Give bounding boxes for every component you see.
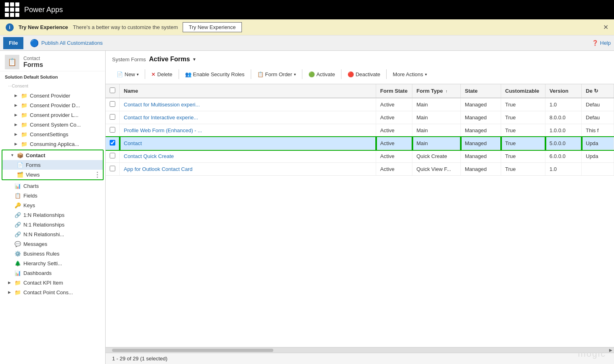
separator-6 — [386, 69, 387, 79]
folder-icon: 📁 — [21, 102, 27, 108]
more-actions-label: More Actions — [393, 71, 423, 77]
de-cell: Upda — [582, 150, 614, 163]
more-actions-button[interactable]: More Actions ▾ — [388, 68, 431, 81]
form-type-cell: Main — [412, 137, 461, 150]
publish-all-customizations-button[interactable]: 🔵 Publish All Customizations — [27, 39, 106, 48]
sidebar-item-contact-point-cons[interactable]: ▶ 📁 Contact Point Cons... — [0, 287, 105, 297]
header-version[interactable]: Version — [545, 84, 582, 98]
app-grid-icon[interactable] — [5, 2, 19, 17]
version-cell: 1.0 — [545, 163, 582, 176]
sidebar-item-nn-relationships[interactable]: 🔗 N:N Relationshi... — [0, 229, 105, 239]
folder-icon: 📁 — [21, 93, 27, 99]
sidebar-item-label: Keys — [23, 202, 35, 208]
enable-security-roles-label: Enable Security Roles — [193, 71, 245, 77]
sidebar-item-keys[interactable]: 🔑 Keys — [0, 200, 105, 210]
sidebar-item-label: Charts — [23, 183, 39, 189]
resize-handle[interactable] — [96, 172, 98, 178]
form-name-link[interactable]: Contact — [124, 140, 142, 146]
sidebar-item-1n-relationships[interactable]: 🔗 1:N Relationships — [0, 210, 105, 220]
customizable-cell: True — [501, 137, 545, 150]
active-forms-dropdown-icon[interactable]: ▾ — [193, 56, 196, 62]
version-cell: 6.0.0.0 — [545, 150, 582, 163]
horizontal-scrollbar[interactable]: ▶ — [106, 347, 614, 353]
row-checkbox[interactable] — [110, 166, 115, 171]
deactivate-button[interactable]: 🔴 Deactivate — [343, 68, 385, 81]
expand-icon: ▶ — [15, 113, 19, 117]
sidebar-item-charts[interactable]: 📊 Charts — [0, 181, 105, 191]
active-forms-label: Active Forms — [149, 56, 190, 63]
row-checkbox[interactable] — [110, 153, 115, 158]
de-cell: Upda — [582, 137, 614, 150]
form-name-link[interactable]: App for Outlook Contact Card — [124, 166, 193, 172]
publish-label: Publish All Customizations — [41, 40, 102, 46]
row-checkbox[interactable] — [110, 114, 115, 120]
header-form-type[interactable]: Form Type ↑ — [412, 84, 461, 98]
header-name[interactable]: Name — [120, 84, 376, 98]
header-form-state[interactable]: Form State — [376, 84, 412, 98]
expand-icon: ▶ — [8, 290, 12, 294]
banner-close-icon[interactable]: ✕ — [603, 23, 608, 31]
sidebar-item-consent-provider[interactable]: ▶ 📁 Consent Provider — [0, 91, 105, 100]
delete-button[interactable]: ✕ Delete — [147, 68, 177, 81]
sidebar-item-consent-provider-d[interactable]: ▶ 📁 Consent Provider D... — [0, 100, 105, 110]
action-toolbar: 📄 New ▾ ✕ Delete 👥 Enable Security Roles… — [106, 66, 614, 84]
sidebar-item-dashboards[interactable]: 📊 Dashboards — [0, 268, 105, 278]
status-bar: 1 - 29 of 29 (1 selected) — [106, 353, 614, 364]
form-name-link[interactable]: Contact Quick Create — [124, 153, 174, 159]
row-checkbox[interactable] — [110, 101, 115, 107]
sidebar-item-forms[interactable]: 📄 Forms — [2, 160, 103, 170]
forms-icon: 📄 — [17, 162, 23, 168]
refresh-icon[interactable]: ↻ — [594, 88, 598, 94]
sidebar-item-label: Dashboards — [23, 270, 52, 276]
sidebar-item-contact[interactable]: ▼ 📦 Contact — [2, 150, 103, 160]
form-name-link[interactable]: Profile Web Form (Enhanced) - ... — [124, 127, 202, 133]
row-checkbox[interactable] — [110, 140, 115, 146]
sidebar-item-fields[interactable]: 📋 Fields — [0, 191, 105, 200]
business-rules-icon: ⚙️ — [15, 251, 21, 257]
help-icon: ❓ — [592, 40, 598, 46]
table-row: Contact for Multisession experi...Active… — [106, 98, 614, 111]
form-state-cell: Active — [376, 98, 412, 111]
sidebar-item-consent[interactable]: ···Consent — [0, 81, 105, 91]
activate-button[interactable]: 🟢 Activate — [304, 68, 339, 81]
header-customizable[interactable]: Customizable — [501, 84, 545, 98]
status-text: 1 - 29 of 29 (1 selected) — [112, 356, 167, 362]
sidebar-item-contact-kpi-item[interactable]: ▶ 📁 Contact KPI Item — [0, 278, 105, 287]
row-checkbox[interactable] — [110, 127, 115, 133]
app-title: Power Apps — [24, 6, 63, 14]
sidebar-item-consent-settings[interactable]: ▶ 📁 ConsentSettings — [0, 129, 105, 139]
expand-icon: ▶ — [15, 94, 19, 98]
sidebar-item-consent-system-co[interactable]: ▶ 📁 Consent System Co... — [0, 120, 105, 129]
expand-icon: ▶ — [15, 142, 19, 146]
sidebar-item-consuming-applica[interactable]: ▶ 📁 Consuming Applica... — [0, 139, 105, 149]
sidebar-item-business-rules[interactable]: ⚙️ Business Rules — [0, 249, 105, 258]
help-button[interactable]: ❓ Help — [592, 40, 611, 46]
expand-icon: ▶ — [15, 103, 19, 107]
activate-label: Activate — [316, 71, 335, 77]
file-button[interactable]: File — [3, 37, 23, 49]
new-button[interactable]: 📄 New ▾ — [112, 68, 143, 81]
sidebar-list: ···Consent ▶ 📁 Consent Provider ▶ 📁 Cons… — [0, 81, 105, 364]
sidebar-item-hierarchy-settings[interactable]: 🌲 Hierarchy Setti... — [0, 258, 105, 268]
version-cell: 5.0.0.0 — [545, 137, 582, 150]
sidebar-item-label: Forms — [26, 162, 41, 168]
form-order-button[interactable]: 📋 Form Order ▾ — [253, 68, 300, 81]
header-state[interactable]: State — [461, 84, 501, 98]
sidebar-item-label: Messages — [23, 241, 47, 247]
contact-group: ▼ 📦 Contact 📄 Forms 🗂️ Views — [2, 150, 104, 180]
customizable-cell: True — [501, 124, 545, 137]
try-new-experience-button[interactable]: Try New Experience — [183, 22, 242, 32]
sidebar-item-messages[interactable]: 💬 Messages — [0, 239, 105, 249]
sidebar-item-consent-provider-l[interactable]: ▶ 📁 Consent provider L... — [0, 110, 105, 120]
header-de[interactable]: De ↻ — [582, 84, 614, 98]
sidebar-item-views[interactable]: 🗂️ Views — [2, 170, 103, 179]
enable-security-roles-button[interactable]: 👥 Enable Security Roles — [181, 68, 249, 81]
new-icon: 📄 — [117, 71, 123, 77]
entity-info: Contact Forms — [23, 56, 43, 69]
table-row: Profile Web Form (Enhanced) - ...ActiveM… — [106, 124, 614, 137]
form-name-link[interactable]: Contact for Interactive experie... — [124, 114, 198, 121]
form-name-link[interactable]: Contact for Multisession experi... — [124, 102, 200, 108]
select-all-checkbox[interactable] — [110, 87, 115, 93]
sidebar-item-n1-relationships[interactable]: 🔗 N:1 Relationships — [0, 220, 105, 229]
expand-icon: ▼ — [10, 153, 15, 157]
